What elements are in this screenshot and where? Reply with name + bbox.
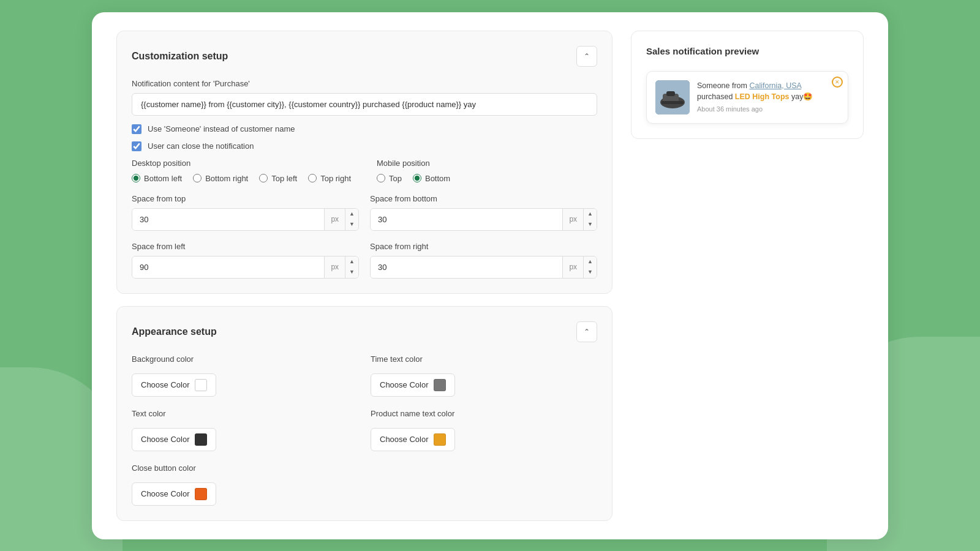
checkbox-someone-row: Use 'Someone' instead of customer name <box>132 124 597 134</box>
notification-image-inner <box>655 80 690 114</box>
time-text-color-btn[interactable]: Choose Color <box>371 373 455 397</box>
space-from-top-arrows: ▲ ▼ <box>345 209 358 230</box>
space-from-left-down[interactable]: ▼ <box>345 267 358 278</box>
product-text: LED High Tops <box>735 92 790 101</box>
space-from-top-input[interactable] <box>132 209 324 230</box>
space-from-left-arrows: ▲ ▼ <box>345 257 358 278</box>
svg-rect-3 <box>666 91 675 96</box>
time-text-color-btn-label: Choose Color <box>380 380 429 389</box>
notification-content-input[interactable] <box>132 93 597 116</box>
mobile-radio-top[interactable]: Top <box>377 174 402 183</box>
space-from-right-input[interactable] <box>371 257 562 278</box>
checkbox-someone-label: Use 'Someone' instead of customer name <box>148 124 295 133</box>
desktop-position-group: Desktop position Bottom left Bottom righ… <box>132 159 352 183</box>
space-from-left-field: Space from left px ▲ ▼ <box>132 242 359 279</box>
desktop-radio-bottom-right[interactable]: Bottom right <box>193 174 248 183</box>
space-from-right-input-wrap: px ▲ ▼ <box>370 256 597 279</box>
checkbox-close[interactable] <box>132 141 141 151</box>
space-from-left-input[interactable] <box>132 257 324 278</box>
text-color-btn[interactable]: Choose Color <box>132 428 216 451</box>
mobile-label-bottom: Bottom <box>425 174 450 183</box>
close-btn-color-btn[interactable]: Choose Color <box>132 482 216 506</box>
product-name-color-swatch <box>434 433 446 446</box>
space-from-bottom-unit: px <box>562 209 583 230</box>
spacing-grid: Space from top px ▲ ▼ Space from bottom <box>132 194 597 279</box>
right-panel: Sales notification preview <box>631 31 864 521</box>
space-from-bottom-field: Space from bottom px ▲ ▼ <box>370 194 597 231</box>
space-from-right-down[interactable]: ▼ <box>584 267 597 278</box>
mobile-position-label: Mobile position <box>377 159 597 168</box>
customization-section: Customization setup ⌃ Notification conte… <box>116 31 612 294</box>
mobile-radio-bottom[interactable]: Bottom <box>413 174 450 183</box>
bg-color-field: Background color Choose Color <box>132 354 358 397</box>
checkbox-close-label: User can close the notification <box>148 141 254 151</box>
space-from-bottom-arrows: ▲ ▼ <box>583 209 597 230</box>
desktop-label-bottom-left: Bottom left <box>144 174 182 183</box>
position-section: Desktop position Bottom left Bottom righ… <box>132 159 597 183</box>
close-btn-color-btn-label: Choose Color <box>141 489 190 498</box>
desktop-radio-top-right[interactable]: Top right <box>308 174 351 183</box>
product-name-color-field: Product name text color Choose Color <box>371 409 597 451</box>
checkbox-someone[interactable] <box>132 124 141 134</box>
appearance-section: Appearance setup ⌃ Background color Choo… <box>116 306 612 521</box>
space-from-right-up[interactable]: ▲ <box>584 257 597 268</box>
desktop-radio-top-left[interactable]: Top left <box>259 174 297 183</box>
time-text-color-swatch <box>434 379 446 391</box>
desktop-radio-group: Bottom left Bottom right Top left T <box>132 174 352 183</box>
customization-title: Customization setup <box>132 51 228 62</box>
bg-color-label: Background color <box>132 354 358 364</box>
space-from-bottom-input[interactable] <box>371 209 562 230</box>
appearance-header: Appearance setup ⌃ <box>132 321 597 342</box>
notification-preview: Someone from California, USA purchased L… <box>646 71 848 124</box>
space-from-top-input-wrap: px ▲ ▼ <box>132 208 359 231</box>
close-btn-color-field: Close button color Choose Color <box>132 463 597 506</box>
text-color-label: Text color <box>132 409 358 418</box>
desktop-radio-bottom-left[interactable]: Bottom left <box>132 174 182 183</box>
notification-image <box>655 80 690 114</box>
space-from-bottom-label: Space from bottom <box>370 194 597 203</box>
notification-text: Someone from California, USA purchased L… <box>697 80 839 113</box>
left-panel: Customization setup ⌃ Notification conte… <box>116 31 612 521</box>
checkbox-close-row: User can close the notification <box>132 141 597 151</box>
notification-close-btn[interactable]: ✕ <box>832 77 843 88</box>
desktop-label-top-right: Top right <box>320 174 351 183</box>
space-from-right-arrows: ▲ ▼ <box>583 257 597 278</box>
mobile-radio-group: Top Bottom <box>377 174 597 183</box>
someone-text: Someone from <box>697 81 747 90</box>
space-from-right-label: Space from right <box>370 242 597 251</box>
text-color-swatch <box>195 433 207 446</box>
notification-content-label: Notification content for 'Purchase' <box>132 79 597 88</box>
space-from-left-up[interactable]: ▲ <box>345 257 358 268</box>
space-from-bottom-down[interactable]: ▼ <box>584 219 597 230</box>
customization-collapse-btn[interactable]: ⌃ <box>576 46 597 67</box>
time-text-color-field: Time text color Choose Color <box>371 354 597 397</box>
space-from-top-label: Space from top <box>132 194 359 203</box>
space-from-right-unit: px <box>562 257 583 278</box>
yay-text: yay🤩 <box>791 92 813 101</box>
space-from-bottom-input-wrap: px ▲ ▼ <box>370 208 597 231</box>
bg-color-btn[interactable]: Choose Color <box>132 373 216 397</box>
text-color-btn-label: Choose Color <box>141 435 190 444</box>
desktop-label-bottom-right: Bottom right <box>205 174 248 183</box>
notification-time: About 36 minutes ago <box>697 105 839 113</box>
desktop-label-top-left: Top left <box>271 174 297 183</box>
product-name-color-btn[interactable]: Choose Color <box>371 428 455 451</box>
space-from-right-field: Space from right px ▲ ▼ <box>370 242 597 279</box>
space-from-top-down[interactable]: ▼ <box>345 219 358 230</box>
space-from-left-input-wrap: px ▲ ▼ <box>132 256 359 279</box>
product-name-color-label: Product name text color <box>371 409 597 418</box>
location-text: California, USA <box>749 81 801 90</box>
bg-color-btn-label: Choose Color <box>141 380 190 389</box>
close-btn-color-label: Close button color <box>132 463 597 473</box>
time-text-color-label: Time text color <box>371 354 597 364</box>
mobile-label-top: Top <box>389 174 402 183</box>
svg-rect-4 <box>662 101 684 104</box>
product-name-color-btn-label: Choose Color <box>380 435 429 444</box>
notification-main-text: Someone from California, USA purchased L… <box>697 80 839 103</box>
space-from-bottom-up[interactable]: ▲ <box>584 209 597 220</box>
space-from-top-up[interactable]: ▲ <box>345 209 358 220</box>
appearance-title: Appearance setup <box>132 326 217 337</box>
appearance-collapse-btn[interactable]: ⌃ <box>576 321 597 342</box>
main-card: Customization setup ⌃ Notification conte… <box>92 12 888 539</box>
space-from-left-label: Space from left <box>132 242 359 251</box>
